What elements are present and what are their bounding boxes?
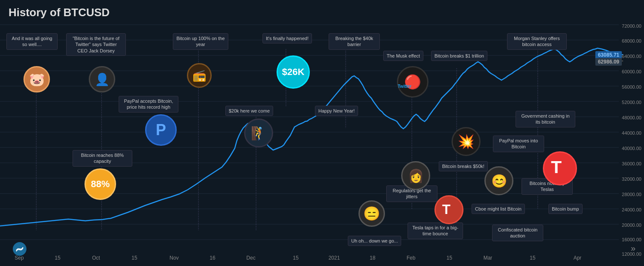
annotation-ann1: And it was all going so well....	[6, 33, 58, 50]
x-label-dec: Dec	[246, 255, 255, 261]
icon-twitter-musk: 🔴	[397, 66, 428, 98]
y-label-24000: 24000.00	[622, 207, 641, 212]
y-label-40000: 40000.00	[622, 146, 641, 151]
icon-uhoh: 😑	[358, 200, 385, 227]
x-label-18: 18	[370, 255, 375, 261]
icon-yellen: 👩	[401, 161, 430, 190]
x-label-15a: 15	[55, 255, 60, 261]
annotation-ann5: Breaking the $40k barrier	[329, 33, 380, 50]
y-label-64000: 64000.00	[622, 54, 641, 59]
annotation-ann2: "Bitcoin is the future of Twitter" says …	[66, 33, 126, 56]
icon-paypal: P	[145, 114, 177, 146]
x-label-15b: 15	[131, 255, 137, 261]
x-label-apr: Apr	[574, 255, 582, 261]
icon-sep: 🐷	[23, 66, 50, 93]
icon-woman: 😊	[484, 166, 513, 195]
y-label-28000: 28000.00	[622, 192, 641, 197]
annotation-morgan-stanley: Morgan Stanley offers bitcoin access	[507, 33, 567, 50]
y-label-68000: 68000.00	[622, 38, 641, 43]
x-label-nov: Nov	[169, 255, 178, 261]
annotation-88-capacity: Bitcoin reaches 88% capacity	[73, 150, 132, 167]
x-label-15d: 15	[446, 255, 452, 261]
annotation-50k: Bitcoin breaks $50k!	[439, 161, 488, 171]
annotation-bump: Bitcoin bump	[548, 204, 583, 214]
x-label-16: 16	[210, 255, 215, 261]
annotation-gov-cash: Government cashing in its bitcoin	[516, 111, 575, 127]
x-label-oct: Oct	[92, 255, 100, 261]
price-label-prev: 62986.09	[595, 58, 622, 66]
svg-text:T: T	[551, 158, 562, 177]
annotation-tesla-taps: Tesla taps in for a big-time bounce	[408, 223, 463, 239]
y-label-32000: 32000.00	[622, 176, 641, 182]
y-label-60000: 60000.00	[622, 69, 641, 74]
y-label-48000: 48000.00	[622, 115, 641, 120]
annotation-1trillion: Bitcoin breaks $1 trillion	[431, 51, 487, 61]
annotation-confiscated: Confiscated bitcoin auction	[492, 225, 543, 241]
icon-88pct: 88%	[85, 168, 116, 200]
x-label-sep: Sep	[15, 255, 23, 261]
y-label-52000: 52000.00	[622, 100, 641, 105]
icon-tesla-logo: T	[434, 195, 463, 224]
x-label-15e: 15	[530, 255, 535, 261]
x-label-mar: Mar	[484, 255, 492, 261]
y-label-20000: 20000.00	[622, 223, 641, 228]
x-label-2021: 2021	[329, 255, 340, 261]
x-label-feb: Feb	[407, 255, 416, 261]
y-label-72000: 72000.00	[622, 23, 641, 29]
icon-26k: $26K	[277, 55, 310, 89]
annotation-ann4: It's finally happened!	[262, 33, 312, 43]
chart-container: History of BTCUSD	[0, 0, 644, 266]
icon-jukebox: 📻	[187, 63, 212, 88]
icon-paypal-btc: 💥	[452, 127, 481, 156]
icon-ladder: 🧗	[244, 119, 273, 147]
annotation-musk-effect: The Musk effect	[383, 51, 423, 61]
x-label-15c: 15	[293, 255, 298, 261]
chevron-right-icon[interactable]: »	[631, 243, 635, 253]
y-label-36000: 36000.00	[622, 161, 641, 166]
y-label-16000: 16000.00	[622, 237, 641, 242]
y-label-44000: 44000.00	[622, 130, 641, 136]
brand-logo-icon	[13, 242, 26, 256]
annotation-down: Uh oh... down we go...	[348, 236, 401, 246]
annotation-cboe: Cboe might list Bitcoin	[472, 204, 525, 214]
icon-tesla-big: T	[543, 151, 577, 185]
annotation-ann3: Bitcoin up 100% on the year	[173, 33, 228, 50]
annotation-paypal-move: PayPal moves into Bitcoin	[493, 136, 544, 152]
y-label-56000: 56000.00	[622, 84, 641, 90]
icon-dorsey: 👤	[89, 66, 115, 93]
svg-text:T: T	[442, 202, 451, 217]
annotation-20k: $20k here we come	[225, 106, 273, 116]
annotation-paypal-bitcoin: PayPal accepts Bitcoin, price hits recor…	[119, 96, 178, 113]
annotation-new-year: Happy New Year!	[315, 106, 358, 116]
